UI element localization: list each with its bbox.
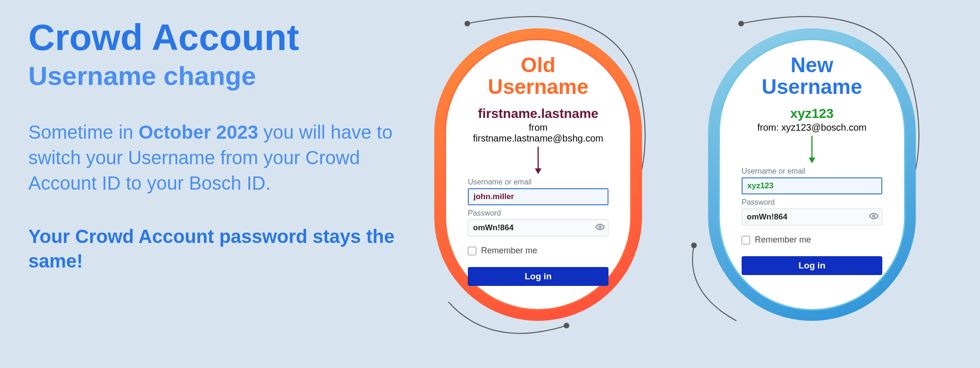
eye-icon[interactable]	[869, 211, 879, 223]
old-username-card: Old Username firstname.lastname from fir…	[434, 28, 642, 321]
arrow-down-icon	[807, 136, 817, 163]
svg-point-0	[465, 21, 470, 26]
new-from-line: from: xyz123@bosch.com	[739, 122, 885, 133]
page-title-line2: Username change	[28, 60, 397, 91]
svg-point-6	[691, 243, 697, 248]
remember-me-checkbox[interactable]	[742, 236, 750, 244]
password-field[interactable]	[742, 209, 882, 226]
old-format-pattern: firstname.lastname	[465, 106, 611, 121]
footer-text: Your Crowd Account password stays the sa…	[28, 224, 397, 273]
svg-point-1	[564, 323, 569, 328]
username-field[interactable]	[468, 188, 608, 205]
password-label: Password	[468, 209, 608, 217]
remember-me-label: Remember me	[755, 235, 811, 245]
info-panel: Crowd Account Username change Sometime i…	[28, 19, 397, 273]
old-title-l2: Username	[488, 75, 589, 98]
svg-point-4	[599, 226, 601, 228]
remember-me-label: Remember me	[481, 246, 537, 256]
new-title-l2: Username	[762, 75, 862, 98]
password-field[interactable]	[468, 219, 608, 236]
username-label: Username or email	[468, 178, 608, 186]
eye-icon[interactable]	[595, 222, 605, 234]
body-bold: October 2023	[138, 122, 258, 142]
old-card-title: Old Username	[465, 54, 611, 98]
login-button[interactable]: Log in	[742, 256, 882, 275]
arrow-down-icon	[533, 147, 543, 174]
username-label: Username or email	[742, 167, 882, 176]
page-title-line1: Crowd Account	[28, 19, 397, 56]
remember-me-checkbox[interactable]	[468, 247, 476, 255]
username-field[interactable]	[742, 177, 882, 194]
old-login-form: Username or email Password Remember me L…	[465, 178, 611, 286]
new-title-l1: New	[791, 53, 833, 76]
body-text: Sometime in October 2023 you will have t…	[28, 119, 397, 196]
remember-me-row[interactable]: Remember me	[742, 235, 882, 245]
old-from-line: from firstname.lastname@bshg.com	[465, 122, 611, 144]
password-label: Password	[742, 198, 882, 207]
old-title-l1: Old	[521, 53, 555, 76]
remember-me-row[interactable]: Remember me	[468, 246, 608, 256]
svg-marker-3	[535, 168, 541, 174]
body-pre: Sometime in	[28, 122, 138, 142]
new-card-title: New Username	[739, 54, 885, 98]
new-format-pattern: xyz123	[739, 106, 885, 121]
new-username-card: New Username xyz123 from: xyz123@bosch.c…	[708, 28, 916, 321]
svg-point-9	[873, 215, 875, 217]
login-button[interactable]: Log in	[468, 267, 608, 286]
svg-marker-8	[809, 158, 815, 163]
svg-point-5	[738, 21, 744, 26]
new-login-form: Username or email Password Remember me L…	[739, 167, 885, 275]
